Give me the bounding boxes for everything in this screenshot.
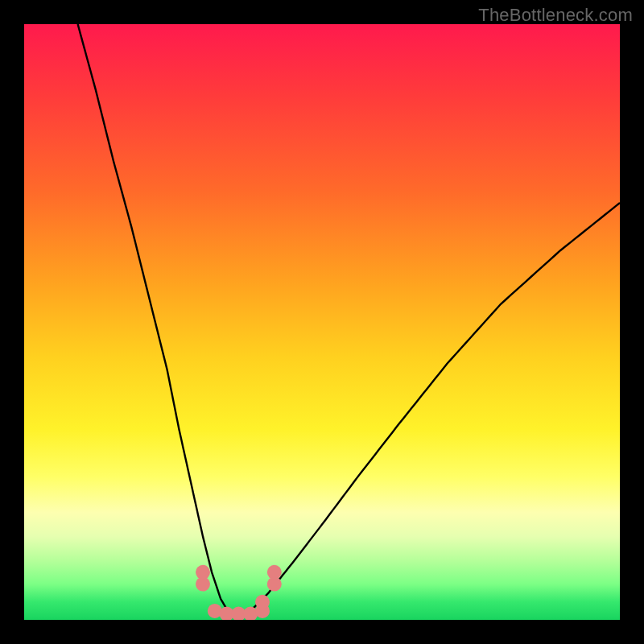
chart-svg [24,24,620,620]
left-curve [78,24,239,620]
optimal-marker [267,565,282,580]
right-curve [238,203,620,620]
watermark-text: TheBottleneck.com [478,5,633,26]
optimal-marker [196,565,210,580]
chart-plot-area [24,24,620,620]
optimal-marker [255,595,270,609]
chart-frame: TheBottleneck.com [0,0,644,644]
